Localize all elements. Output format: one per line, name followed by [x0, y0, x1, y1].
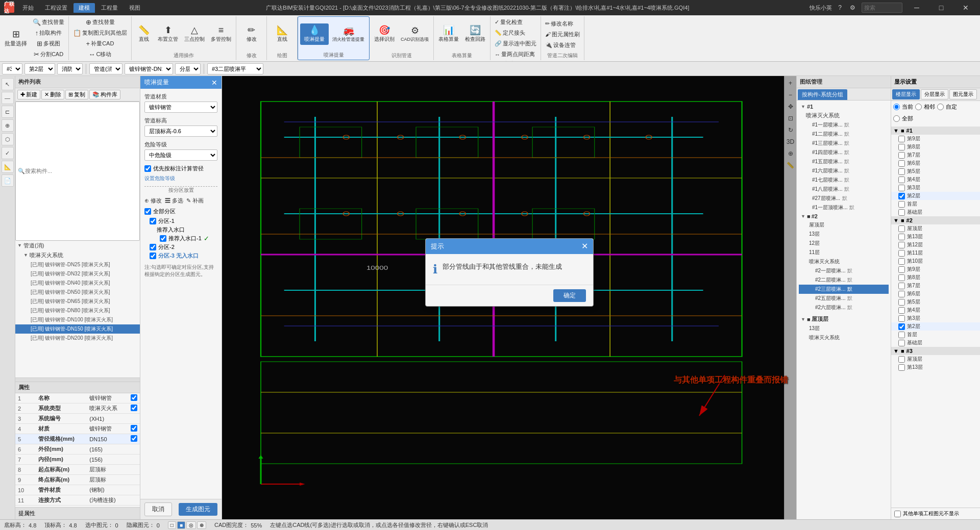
- tree-pipe-root[interactable]: ▼ 管道(消): [15, 241, 140, 250]
- drawing-item-13f[interactable]: 13层: [799, 230, 889, 239]
- drawing-item-1[interactable]: ▼ #1: [799, 103, 889, 111]
- check-1-2f[interactable]: [898, 193, 905, 199]
- check-2-10f[interactable]: [898, 258, 905, 265]
- pipe-type-select[interactable]: 管道(消): [89, 63, 122, 74]
- drawing-spray-system-2[interactable]: 喷淋灭火系统: [799, 257, 889, 266]
- modify-zone-btn[interactable]: ⊕ 修改: [144, 197, 162, 205]
- ruler-joint-button[interactable]: 📏定尺接头: [493, 28, 527, 38]
- drawing-2-6f[interactable]: #2六层喷淋... 默: [799, 303, 889, 312]
- spray-measure-button[interactable]: 💧 喷淋提量: [300, 23, 329, 45]
- drawing-item-11f[interactable]: 11层: [799, 248, 889, 257]
- tab-engineering[interactable]: 工程设置: [40, 3, 72, 13]
- check-2-5f[interactable]: [898, 299, 905, 306]
- drawing-item-11[interactable]: #27层喷淋... 默: [799, 194, 889, 203]
- nav-check-btn[interactable]: ✓: [2, 147, 14, 159]
- component-library-button[interactable]: 📚 构件库: [89, 90, 120, 99]
- tree-dn32[interactable]: [已用] 镀锌钢管-DN32 [喷淋灭火系]: [15, 269, 140, 279]
- drawing-2-1f[interactable]: #2一层喷淋... 默: [799, 266, 889, 275]
- modify-button[interactable]: ✏ 修改: [241, 24, 262, 44]
- tab-modeling[interactable]: 建模: [74, 3, 95, 13]
- batch-select-button[interactable]: ⊞ 批量选择: [2, 28, 30, 49]
- layer-group-1[interactable]: ▼ ■ #1: [891, 127, 980, 135]
- quantify-check-button[interactable]: ✓量化检查: [493, 17, 525, 27]
- drawing-tab-system[interactable]: 按构件-系统分组: [798, 89, 847, 100]
- multi-pipe-button[interactable]: ≡ 多管控制: [208, 24, 234, 44]
- line-button[interactable]: 📏 直线: [134, 24, 154, 44]
- inlet1-check[interactable]: [160, 235, 166, 242]
- maximize-button[interactable]: □: [931, 0, 951, 15]
- prop-check-5[interactable]: [131, 435, 137, 442]
- help-icon[interactable]: ?: [836, 4, 844, 11]
- check-2-3f[interactable]: [898, 315, 905, 322]
- prop-check-1[interactable]: [131, 394, 137, 401]
- properties-footer[interactable]: 提属性: [15, 507, 140, 519]
- supplement-cad-button[interactable]: +补量CAD: [71, 39, 129, 48]
- tree-dn100[interactable]: [已用] 镀锌钢管-DN100 [喷淋灭火系]: [15, 315, 140, 324]
- measure-dist-button[interactable]: ↔量两点间距离: [493, 49, 537, 59]
- drawing-item-9[interactable]: #1七层喷淋... 默: [799, 175, 889, 185]
- snap-btn-3[interactable]: ◎: [186, 521, 196, 529]
- copy-component-button[interactable]: ⊞ 复制: [65, 90, 88, 99]
- vertical-pipe-button[interactable]: ⬆ 布置立管: [155, 24, 181, 44]
- move-button[interactable]: ↔C移动: [71, 49, 129, 59]
- drawing-item-10[interactable]: #1八层喷淋... 默: [799, 185, 889, 194]
- drawing-2-2f-selected[interactable]: #2三层喷淋... 默: [799, 285, 889, 294]
- nav-report-btn[interactable]: 📄: [2, 174, 14, 187]
- component-search-input[interactable]: [25, 168, 137, 174]
- three-point-button[interactable]: △ 三点控制: [182, 24, 207, 44]
- supplement-zone-btn[interactable]: ✎ 补画: [186, 197, 204, 205]
- view-select[interactable]: #3二层喷淋平: [207, 63, 263, 74]
- select-identify-button[interactable]: 🎯 选择识别: [372, 24, 397, 44]
- check-1-base[interactable]: [898, 209, 905, 216]
- system-select[interactable]: 消防: [57, 63, 83, 74]
- pickup-element-button[interactable]: ↑抬取构件: [31, 28, 66, 38]
- nav-measure-btn[interactable]: 📐: [2, 161, 14, 173]
- standard-select[interactable]: 层顶标高-0.6: [144, 125, 217, 137]
- show-connected-button[interactable]: 🔗显示连中图元: [493, 39, 538, 48]
- check-2-12f[interactable]: [898, 242, 905, 248]
- check-1-3f[interactable]: [898, 185, 905, 191]
- other-projects-check[interactable]: [894, 511, 901, 517]
- generate-button[interactable]: 生成图元: [179, 503, 217, 516]
- zone-select[interactable]: 分层1: [175, 63, 201, 74]
- display-tab-element[interactable]: 图元显示: [949, 89, 977, 99]
- tree-dn40[interactable]: [已用] 镀锌钢管-DN40 [喷淋灭火系]: [15, 279, 140, 288]
- delete-component-button[interactable]: ✕ 删除: [41, 90, 64, 99]
- material-select[interactable]: 镀锌钢管: [144, 102, 217, 113]
- element-brush-button[interactable]: 🖌图元属性刷: [543, 30, 582, 39]
- nav-select-btn[interactable]: ↖: [2, 78, 14, 90]
- search-input[interactable]: [862, 3, 902, 13]
- all-zones-check[interactable]: [144, 208, 151, 215]
- drawing-item-3[interactable]: #1一层喷淋... 默: [799, 120, 889, 130]
- layer-group-2[interactable]: ▼ ■ #2: [891, 216, 980, 224]
- radio-custom[interactable]: 自定: [937, 103, 957, 111]
- drawing-item-8[interactable]: #1六层喷淋... 默: [799, 166, 889, 175]
- settings-icon[interactable]: ⚙: [848, 4, 857, 11]
- tree-dn150[interactable]: [已用] 镀锌钢管-DN150 [喷淋灭火系]: [15, 324, 140, 334]
- tab-start[interactable]: 开始: [17, 3, 39, 13]
- multi-view-button[interactable]: ⊞多视图: [31, 39, 66, 48]
- split-cad-button[interactable]: ✂分割CAD: [31, 49, 66, 59]
- cloud-lib-button[interactable]: ☁云构件库: [71, 60, 129, 61]
- check-2-base[interactable]: [898, 340, 905, 346]
- new-component-button[interactable]: ✚ 新建: [17, 90, 40, 99]
- tab-view[interactable]: 视图: [124, 3, 145, 13]
- find-replace-button[interactable]: 🔍查找替量: [31, 17, 66, 27]
- layer-group-3[interactable]: ▼ ■ #3: [891, 347, 980, 355]
- drawing-item-7[interactable]: #1五层喷淋... 默: [799, 157, 889, 166]
- check-1-5f[interactable]: [898, 168, 905, 175]
- spray-panel-close[interactable]: ✕: [211, 79, 217, 86]
- drawing-2-5f[interactable]: #2五层喷淋... 默: [799, 294, 889, 303]
- nav-device-btn[interactable]: ⊕: [2, 119, 14, 132]
- modify-name-button[interactable]: ✏修改名称: [543, 19, 575, 29]
- tree-dn25[interactable]: [已用] 镀锌钢管-DN25 [喷淋灭火系]: [15, 260, 140, 269]
- drawing-3-13f[interactable]: 喷淋灭火系统: [799, 333, 889, 342]
- check-2-13f[interactable]: [898, 234, 905, 240]
- tree-dn50[interactable]: [已用] 镀锌钢管-DN50 [喷淋灭火系]: [15, 288, 140, 297]
- drawing-item-6[interactable]: #1四层喷淋... 默: [799, 148, 889, 157]
- check-2-6f[interactable]: [898, 291, 905, 297]
- display-tab-floor[interactable]: 楼层显示: [892, 89, 920, 99]
- device-connect-button[interactable]: 🔌设备连管: [543, 40, 578, 50]
- check-1-6f[interactable]: [898, 160, 905, 167]
- dialog-confirm-button[interactable]: 确定: [553, 289, 586, 302]
